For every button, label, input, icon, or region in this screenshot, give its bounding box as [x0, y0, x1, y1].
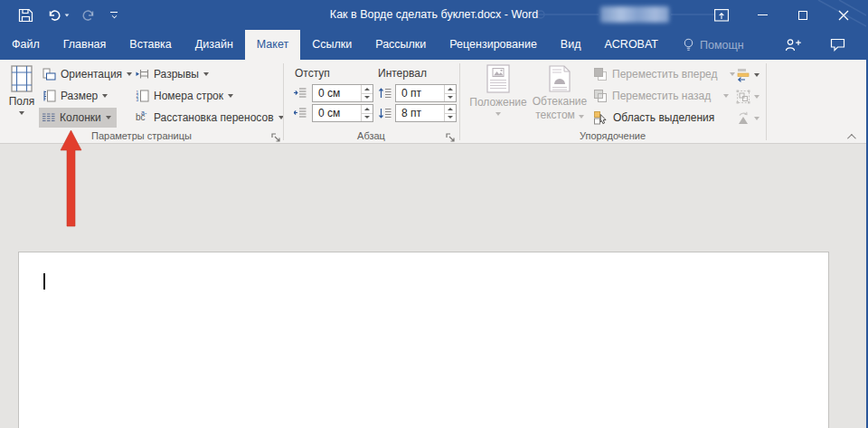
- indent-right-input[interactable]: [313, 105, 361, 121]
- text-cursor: [43, 273, 45, 290]
- svg-text:3: 3: [137, 98, 139, 102]
- collapse-ribbon-button[interactable]: [841, 130, 859, 143]
- ribbon-display-options-button[interactable]: [708, 0, 735, 30]
- bring-forward-button-disabled: Переместить вперед: [594, 64, 735, 84]
- columns-button[interactable]: Колонки: [39, 108, 117, 128]
- tell-me-helper[interactable]: Помощн: [683, 30, 744, 60]
- margins-button[interactable]: Поля: [4, 63, 40, 128]
- spacing-before-input[interactable]: [396, 85, 444, 101]
- group-separator: [459, 63, 460, 140]
- page-setup-dialog-launcher[interactable]: [271, 130, 283, 142]
- group-label-page-setup: Параметры страницы: [0, 130, 283, 141]
- indent-left-icon: [294, 87, 307, 100]
- group-caret: [754, 95, 760, 99]
- ribbon-layout-tab: Поля Ориентация Размер: [0, 60, 868, 144]
- rotate-objects-button-disabled: [736, 109, 760, 128]
- breaks-caret: [203, 72, 209, 76]
- hyphenation-label: Расстановка переносов: [154, 111, 274, 124]
- redo-button-disabled: [74, 0, 101, 30]
- tab-acrobat[interactable]: ACROBAT: [592, 30, 670, 60]
- send-backward-caret: [723, 94, 729, 98]
- spacing-before-icon: [379, 87, 392, 100]
- orientation-button[interactable]: Ориентация: [40, 64, 137, 84]
- tab-references[interactable]: Ссылки: [300, 30, 363, 60]
- send-backward-label: Переместить назад: [612, 90, 711, 102]
- rotate-caret: [754, 117, 760, 120]
- margins-label: Поля: [9, 95, 35, 108]
- paragraph-dialog-launcher[interactable]: [446, 130, 458, 142]
- line-numbers-caret: [228, 94, 233, 98]
- indent-left-field: [312, 84, 373, 102]
- indent-right-icon: [294, 107, 307, 119]
- document-page[interactable]: [18, 252, 829, 428]
- customize-quick-access-icon: [110, 12, 118, 18]
- share-button[interactable]: [785, 30, 802, 60]
- helper-label: Помощн: [700, 39, 744, 52]
- bring-forward-caret: [730, 72, 735, 76]
- tab-review[interactable]: Рецензирование: [438, 30, 549, 60]
- spacing-after-spinner[interactable]: [444, 105, 456, 121]
- close-icon: [838, 10, 849, 21]
- align-objects-button[interactable]: [736, 65, 760, 85]
- breaks-label: Разрывы: [154, 68, 199, 81]
- undo-dropdown-caret[interactable]: [65, 14, 70, 16]
- group-label-paragraph: Абзац: [283, 130, 459, 141]
- hyphenation-button[interactable]: bca- Расстановка переносов: [133, 108, 289, 128]
- spacing-label: Интервал: [378, 67, 427, 80]
- undo-button[interactable]: [43, 0, 74, 30]
- margins-dropdown-caret: [19, 111, 24, 115]
- annotation-arrow: [54, 127, 87, 232]
- selection-pane-icon: [594, 111, 608, 125]
- share-person-icon: [785, 38, 802, 52]
- group-separator: [766, 63, 767, 140]
- breaks-button[interactable]: Разрывы: [133, 64, 214, 84]
- align-icon: [736, 68, 750, 82]
- wrap-text-button-disabled: Обтекание текстом: [531, 63, 589, 128]
- indent-label: Отступ: [295, 67, 330, 80]
- indent-left-input[interactable]: [313, 85, 361, 101]
- hyphenation-icon: bca-: [136, 113, 149, 122]
- tab-design[interactable]: Дизайн: [184, 30, 245, 60]
- spacing-before-spinner[interactable]: [444, 85, 456, 101]
- size-icon: [42, 90, 56, 102]
- wrap-text-icon: [549, 65, 571, 92]
- line-numbers-button[interactable]: 123 Номера строк: [133, 86, 239, 106]
- comments-button[interactable]: [830, 30, 845, 60]
- position-caret: [495, 112, 501, 116]
- columns-label: Колонки: [60, 111, 101, 124]
- title-bar: Как в Ворде сделать буклет.docx - Word: [0, 0, 868, 30]
- selection-pane-label: Область выделения: [613, 111, 714, 124]
- tab-insert[interactable]: Вставка: [118, 30, 183, 60]
- line-numbers-label: Номера строк: [154, 90, 223, 102]
- window-controls: [708, 0, 857, 30]
- indent-left-spinner[interactable]: [361, 85, 373, 101]
- group-objects-button-disabled: [736, 87, 760, 107]
- tab-view[interactable]: Вид: [549, 30, 593, 60]
- size-button[interactable]: Размер: [40, 86, 113, 106]
- indent-right-spinner[interactable]: [361, 105, 373, 121]
- customize-quick-access-button[interactable]: [101, 0, 127, 30]
- save-button[interactable]: [7, 0, 43, 30]
- maximize-button[interactable]: [789, 0, 816, 30]
- position-icon: [486, 64, 510, 93]
- tab-mailings[interactable]: Рассылки: [363, 30, 438, 60]
- selection-pane-button[interactable]: Область выделения: [594, 108, 714, 128]
- wrap-text-label-line2: текстом: [535, 109, 575, 121]
- position-label: Положение: [469, 96, 526, 109]
- undo-icon: [48, 9, 61, 22]
- tab-home[interactable]: Главная: [52, 30, 118, 60]
- quick-access-toolbar: [0, 0, 127, 30]
- tab-layout-active[interactable]: Макет: [245, 30, 300, 60]
- spacing-after-input[interactable]: [396, 105, 444, 121]
- maximize-icon: [798, 11, 807, 20]
- ribbon-display-options-icon: [714, 9, 729, 22]
- position-button-disabled: Положение: [467, 63, 529, 128]
- close-button[interactable]: [830, 0, 857, 30]
- line-numbers-icon: 123: [136, 90, 149, 102]
- size-caret: [102, 94, 108, 98]
- columns-caret: [106, 116, 111, 119]
- group-label-arrange: Упорядочение: [459, 130, 766, 141]
- tab-file[interactable]: Файл: [0, 30, 52, 60]
- minimize-button[interactable]: [749, 0, 776, 30]
- word-window: Как в Ворде сделать буклет.docx - Word: [0, 0, 868, 428]
